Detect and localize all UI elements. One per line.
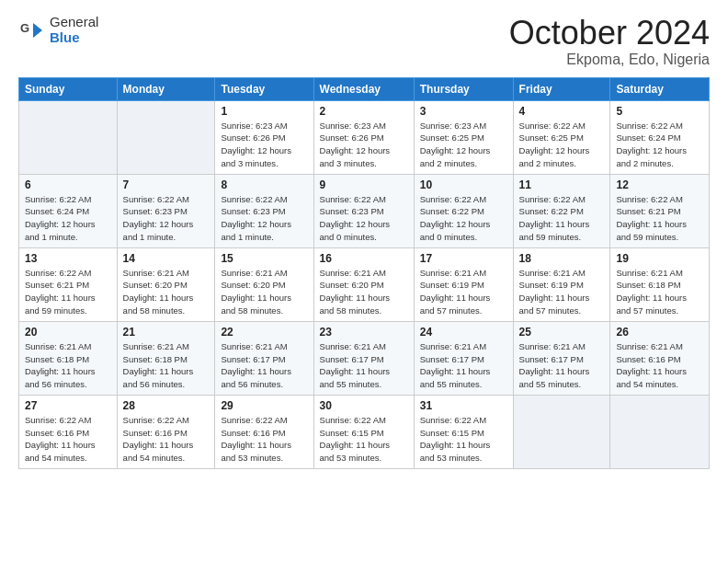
day-number: 12 — [616, 178, 703, 191]
day-cell: 5Sunrise: 6:22 AM Sunset: 6:24 PM Daylig… — [610, 100, 710, 174]
logo-text: General Blue — [50, 15, 98, 45]
day-number: 11 — [519, 178, 605, 191]
calendar-table: SundayMondayTuesdayWednesdayThursdayFrid… — [18, 77, 710, 469]
day-info: Sunrise: 6:21 AM Sunset: 6:20 PM Dayligh… — [123, 267, 210, 317]
day-info: Sunrise: 6:22 AM Sunset: 6:21 PM Dayligh… — [25, 267, 111, 317]
day-cell: 28Sunrise: 6:22 AM Sunset: 6:16 PM Dayli… — [117, 395, 215, 468]
day-cell: 10Sunrise: 6:22 AM Sunset: 6:22 PM Dayli… — [414, 174, 513, 247]
day-info: Sunrise: 6:22 AM Sunset: 6:23 PM Dayligh… — [320, 193, 408, 244]
day-cell: 17Sunrise: 6:21 AM Sunset: 6:19 PM Dayli… — [414, 247, 513, 321]
day-cell: 16Sunrise: 6:21 AM Sunset: 6:20 PM Dayli… — [313, 247, 414, 321]
day-number: 21 — [123, 326, 210, 339]
day-number: 6 — [25, 178, 111, 191]
day-cell: 14Sunrise: 6:21 AM Sunset: 6:20 PM Dayli… — [117, 247, 215, 321]
day-cell: 6Sunrise: 6:22 AM Sunset: 6:24 PM Daylig… — [19, 174, 118, 247]
day-cell: 18Sunrise: 6:21 AM Sunset: 6:19 PM Dayli… — [513, 247, 610, 321]
day-info: Sunrise: 6:22 AM Sunset: 6:15 PM Dayligh… — [420, 414, 507, 465]
calendar-header: SundayMondayTuesdayWednesdayThursdayFrid… — [19, 77, 710, 100]
day-info: Sunrise: 6:21 AM Sunset: 6:17 PM Dayligh… — [221, 340, 307, 391]
day-cell — [513, 395, 610, 468]
day-number: 27 — [25, 399, 111, 412]
day-cell: 23Sunrise: 6:21 AM Sunset: 6:17 PM Dayli… — [313, 321, 414, 395]
day-cell: 9Sunrise: 6:22 AM Sunset: 6:23 PM Daylig… — [313, 174, 414, 247]
day-info: Sunrise: 6:21 AM Sunset: 6:18 PM Dayligh… — [616, 267, 703, 317]
day-number: 18 — [519, 252, 605, 265]
day-info: Sunrise: 6:21 AM Sunset: 6:17 PM Dayligh… — [519, 340, 605, 391]
day-cell: 21Sunrise: 6:21 AM Sunset: 6:18 PM Dayli… — [117, 321, 215, 395]
day-number: 25 — [519, 326, 605, 339]
day-number: 22 — [221, 326, 307, 339]
day-cell: 11Sunrise: 6:22 AM Sunset: 6:22 PM Dayli… — [513, 174, 610, 247]
header-cell-friday: Friday — [513, 77, 610, 100]
day-cell: 29Sunrise: 6:22 AM Sunset: 6:16 PM Dayli… — [215, 395, 313, 468]
day-cell: 31Sunrise: 6:22 AM Sunset: 6:15 PM Dayli… — [414, 395, 513, 468]
day-number: 23 — [320, 326, 408, 339]
day-info: Sunrise: 6:22 AM Sunset: 6:22 PM Dayligh… — [420, 193, 507, 244]
day-number: 3 — [420, 105, 507, 118]
day-cell: 13Sunrise: 6:22 AM Sunset: 6:21 PM Dayli… — [19, 247, 118, 321]
day-cell: 25Sunrise: 6:21 AM Sunset: 6:17 PM Dayli… — [513, 321, 610, 395]
day-cell: 24Sunrise: 6:21 AM Sunset: 6:17 PM Dayli… — [414, 321, 513, 395]
day-info: Sunrise: 6:22 AM Sunset: 6:23 PM Dayligh… — [221, 193, 307, 244]
day-cell: 30Sunrise: 6:22 AM Sunset: 6:15 PM Dayli… — [313, 395, 414, 468]
page: G General Blue October 2024 Ekpoma, Edo,… — [0, 0, 728, 563]
day-number: 28 — [123, 399, 210, 412]
day-number: 8 — [221, 178, 307, 191]
header-cell-tuesday: Tuesday — [215, 77, 313, 100]
day-number: 16 — [320, 252, 408, 265]
logo: G General Blue — [18, 15, 98, 45]
svg-rect-3 — [33, 28, 37, 33]
header-cell-saturday: Saturday — [610, 77, 710, 100]
week-row-4: 20Sunrise: 6:21 AM Sunset: 6:18 PM Dayli… — [19, 321, 710, 395]
day-number: 14 — [123, 252, 210, 265]
day-number: 30 — [320, 399, 408, 412]
day-info: Sunrise: 6:22 AM Sunset: 6:24 PM Dayligh… — [616, 120, 703, 170]
week-row-1: 1Sunrise: 6:23 AM Sunset: 6:26 PM Daylig… — [19, 100, 710, 174]
week-row-3: 13Sunrise: 6:22 AM Sunset: 6:21 PM Dayli… — [19, 247, 710, 321]
day-cell: 2Sunrise: 6:23 AM Sunset: 6:26 PM Daylig… — [313, 100, 414, 174]
day-cell: 22Sunrise: 6:21 AM Sunset: 6:17 PM Dayli… — [215, 321, 313, 395]
title-block: October 2024 Ekpoma, Edo, Nigeria — [509, 15, 710, 68]
day-number: 24 — [420, 326, 507, 339]
day-cell: 7Sunrise: 6:22 AM Sunset: 6:23 PM Daylig… — [117, 174, 215, 247]
day-info: Sunrise: 6:21 AM Sunset: 6:17 PM Dayligh… — [420, 340, 507, 391]
day-info: Sunrise: 6:23 AM Sunset: 6:26 PM Dayligh… — [320, 120, 408, 170]
day-info: Sunrise: 6:22 AM Sunset: 6:16 PM Dayligh… — [25, 414, 111, 465]
day-cell: 27Sunrise: 6:22 AM Sunset: 6:16 PM Dayli… — [19, 395, 118, 468]
day-info: Sunrise: 6:21 AM Sunset: 6:19 PM Dayligh… — [519, 267, 605, 317]
day-cell — [117, 100, 215, 174]
logo-blue-text: Blue — [50, 30, 98, 46]
header-cell-sunday: Sunday — [19, 77, 118, 100]
day-info: Sunrise: 6:22 AM Sunset: 6:16 PM Dayligh… — [221, 414, 307, 465]
svg-text:G: G — [20, 21, 29, 35]
day-info: Sunrise: 6:21 AM Sunset: 6:18 PM Dayligh… — [123, 340, 210, 391]
week-row-2: 6Sunrise: 6:22 AM Sunset: 6:24 PM Daylig… — [19, 174, 710, 247]
day-cell: 4Sunrise: 6:22 AM Sunset: 6:25 PM Daylig… — [513, 100, 610, 174]
day-info: Sunrise: 6:22 AM Sunset: 6:24 PM Dayligh… — [25, 193, 111, 244]
day-info: Sunrise: 6:21 AM Sunset: 6:16 PM Dayligh… — [616, 340, 703, 391]
logo-general-text: General — [50, 15, 98, 30]
day-info: Sunrise: 6:22 AM Sunset: 6:25 PM Dayligh… — [519, 120, 605, 170]
day-info: Sunrise: 6:21 AM Sunset: 6:17 PM Dayligh… — [320, 340, 408, 391]
day-cell: 3Sunrise: 6:23 AM Sunset: 6:25 PM Daylig… — [414, 100, 513, 174]
day-number: 9 — [320, 178, 408, 191]
header-row: SundayMondayTuesdayWednesdayThursdayFrid… — [19, 77, 710, 100]
day-info: Sunrise: 6:23 AM Sunset: 6:25 PM Dayligh… — [420, 120, 507, 170]
day-number: 4 — [519, 105, 605, 118]
day-info: Sunrise: 6:21 AM Sunset: 6:20 PM Dayligh… — [221, 267, 307, 317]
day-number: 5 — [616, 105, 703, 118]
header-cell-wednesday: Wednesday — [313, 77, 414, 100]
day-number: 17 — [420, 252, 507, 265]
day-cell: 19Sunrise: 6:21 AM Sunset: 6:18 PM Dayli… — [610, 247, 710, 321]
day-cell: 12Sunrise: 6:22 AM Sunset: 6:21 PM Dayli… — [610, 174, 710, 247]
day-number: 20 — [25, 326, 111, 339]
day-cell — [19, 100, 118, 174]
day-number: 7 — [123, 178, 210, 191]
day-cell: 26Sunrise: 6:21 AM Sunset: 6:16 PM Dayli… — [610, 321, 710, 395]
day-cell: 15Sunrise: 6:21 AM Sunset: 6:20 PM Dayli… — [215, 247, 313, 321]
day-info: Sunrise: 6:22 AM Sunset: 6:16 PM Dayligh… — [123, 414, 210, 465]
day-number: 15 — [221, 252, 307, 265]
day-number: 26 — [616, 326, 703, 339]
day-number: 13 — [25, 252, 111, 265]
day-info: Sunrise: 6:21 AM Sunset: 6:20 PM Dayligh… — [320, 267, 408, 317]
